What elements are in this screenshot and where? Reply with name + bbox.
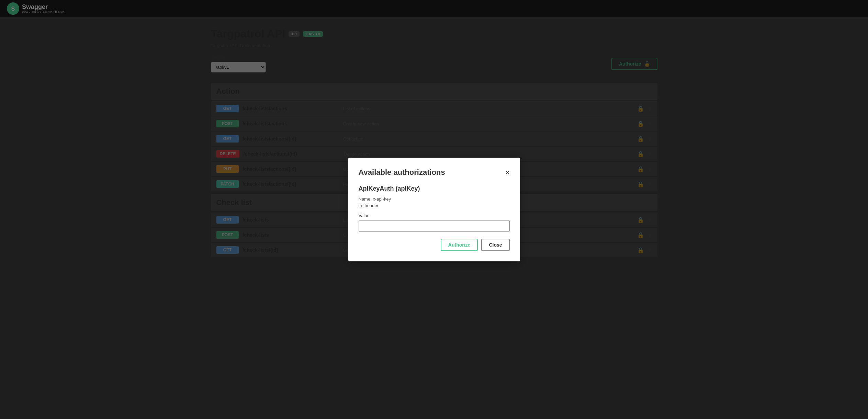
auth-scheme-title: ApiKeyAuth (apiKey)	[359, 185, 510, 192]
authorize-button[interactable]: Authorize	[441, 239, 478, 251]
auth-modal: Available authorizations × ApiKeyAuth (a…	[348, 158, 520, 261]
modal-header: Available authorizations ×	[359, 168, 510, 177]
auth-name-meta: Name: x-api-key	[359, 196, 510, 202]
modal-title: Available authorizations	[359, 168, 445, 177]
modal-close-button[interactable]: ×	[506, 169, 510, 176]
auth-scheme-section: ApiKeyAuth (apiKey) Name: x-api-key In: …	[359, 185, 510, 232]
api-key-input[interactable]	[359, 220, 510, 232]
auth-in-meta: In: header	[359, 203, 510, 208]
modal-actions: Authorize Close	[359, 239, 510, 251]
close-button[interactable]: Close	[481, 239, 509, 251]
modal-overlay[interactable]: Available authorizations × ApiKeyAuth (a…	[0, 0, 868, 419]
auth-value-label: Value:	[359, 213, 510, 218]
